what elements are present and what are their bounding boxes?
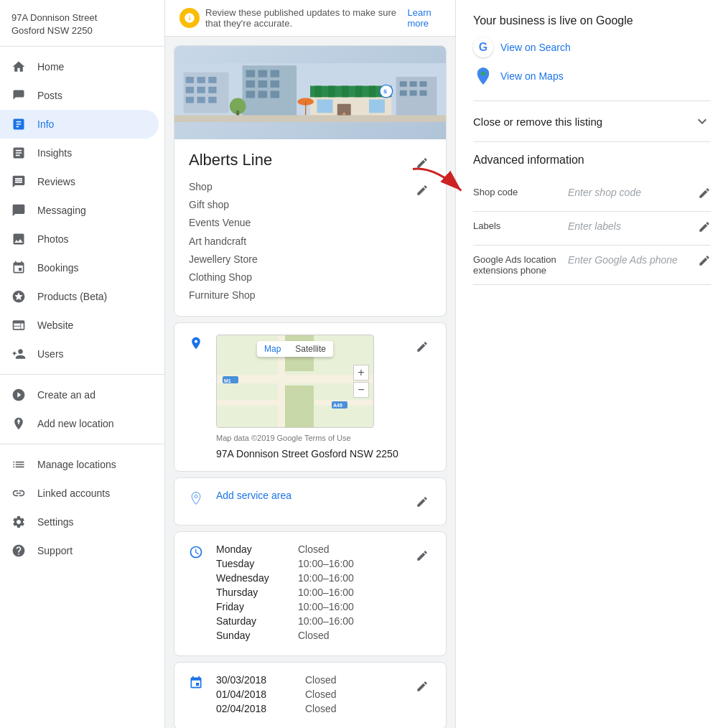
sidebar-item-manage-locations[interactable]: Manage locations bbox=[0, 450, 159, 479]
edit-google-ads-button[interactable] bbox=[698, 254, 711, 270]
map-zoom-controls: + − bbox=[353, 365, 369, 398]
svg-rect-37 bbox=[400, 81, 407, 87]
sidebar-item-photos[interactable]: Photos bbox=[0, 225, 159, 253]
labels-row: Labels Enter labels bbox=[473, 212, 711, 246]
edit-dates-button[interactable] bbox=[413, 677, 431, 698]
edit-shop-code-button[interactable] bbox=[698, 187, 711, 202]
sidebar-item-info[interactable]: Info bbox=[0, 110, 159, 139]
date-status: Closed bbox=[305, 703, 337, 714]
service-area-content: Add service area bbox=[216, 490, 403, 501]
photos-icon bbox=[11, 232, 26, 246]
edit-address-button[interactable] bbox=[413, 337, 431, 358]
linked-accounts-icon bbox=[11, 486, 26, 500]
dates-table: 30/03/2018Closed01/04/2018Closed02/04/20… bbox=[216, 674, 403, 714]
edit-business-name-button[interactable] bbox=[413, 154, 431, 174]
hours-day: Monday bbox=[216, 543, 281, 555]
svg-rect-26 bbox=[355, 86, 362, 98]
right-panel: Your business is live on Google G View o… bbox=[455, 0, 728, 728]
shop-code-row: Shop code Enter shop code bbox=[473, 178, 711, 212]
map-tab-map[interactable]: Map bbox=[257, 341, 288, 357]
map-address: 97A Donnison Street Gosford NSW 2250 bbox=[216, 448, 403, 459]
svg-rect-12 bbox=[246, 70, 256, 78]
map-container: M1 A49 Map Satellite + − bbox=[216, 335, 374, 428]
svg-rect-42 bbox=[419, 90, 426, 96]
info-icon bbox=[11, 117, 26, 131]
business-card: S bbox=[174, 45, 447, 317]
sidebar-item-settings[interactable]: Settings bbox=[0, 508, 159, 536]
svg-rect-9 bbox=[197, 97, 205, 103]
sidebar-item-create-ad[interactable]: Create an ad bbox=[0, 381, 159, 409]
close-listing-section[interactable]: Close or remove this listing bbox=[473, 113, 711, 130]
date-status: Closed bbox=[305, 674, 337, 686]
category-furniture-shop: Furniture Shop bbox=[189, 286, 258, 304]
labels-value: Enter labels bbox=[568, 220, 689, 232]
view-on-maps-label: View on Maps bbox=[500, 70, 564, 82]
calendar-icon bbox=[189, 676, 206, 692]
sidebar-address: 97A Donnison Street Gosford NSW 2250 bbox=[0, 0, 164, 47]
sidebar-label-manage-locations: Manage locations bbox=[37, 459, 116, 470]
sidebar-item-home[interactable]: Home bbox=[0, 52, 159, 81]
svg-rect-2 bbox=[186, 77, 194, 83]
svg-rect-38 bbox=[410, 81, 417, 87]
svg-rect-35 bbox=[305, 102, 306, 116]
map-tab-satellite[interactable]: Satellite bbox=[288, 341, 333, 357]
svg-rect-20 bbox=[271, 90, 280, 98]
svg-rect-19 bbox=[258, 90, 268, 98]
hours-row-item: MondayClosed bbox=[216, 543, 403, 555]
sidebar-label-photos: Photos bbox=[37, 233, 69, 245]
add-service-label[interactable]: Add service area bbox=[216, 490, 291, 501]
svg-text:S: S bbox=[383, 88, 387, 95]
hours-time: Closed bbox=[298, 630, 330, 641]
sidebar-item-reviews[interactable]: Reviews bbox=[0, 167, 159, 196]
banner-learn-more[interactable]: Learn more bbox=[407, 7, 441, 29]
sidebar-item-bookings[interactable]: Bookings bbox=[0, 253, 159, 282]
create-ad-icon bbox=[11, 388, 26, 402]
map-footer-text: Map data ©2019 Google Terms of Use bbox=[216, 434, 351, 442]
svg-rect-17 bbox=[271, 80, 280, 88]
sidebar: 97A Donnison Street Gosford NSW 2250 Hom… bbox=[0, 0, 165, 728]
sidebar-label-website: Website bbox=[37, 319, 73, 331]
svg-text:A49: A49 bbox=[333, 403, 342, 408]
map-zoom-in-button[interactable]: + bbox=[353, 365, 369, 381]
edit-labels-button[interactable] bbox=[698, 220, 711, 236]
google-ads-row: Google Ads location extensions phone Ent… bbox=[473, 246, 711, 285]
view-on-search-link[interactable]: G View on Search bbox=[473, 37, 711, 57]
maps-pin-icon bbox=[473, 66, 493, 86]
sidebar-item-users[interactable]: Users bbox=[0, 340, 159, 368]
map-tab-container: Map Satellite bbox=[257, 341, 333, 357]
sidebar-label-insights: Insights bbox=[37, 147, 72, 159]
view-on-maps-link[interactable]: View on Maps bbox=[473, 66, 711, 86]
products-icon bbox=[11, 289, 26, 304]
sidebar-item-website[interactable]: Website bbox=[0, 311, 159, 340]
edit-categories-button[interactable] bbox=[413, 181, 431, 202]
sidebar-item-products[interactable]: Products (Beta) bbox=[0, 282, 159, 311]
sidebar-item-messaging[interactable]: Messaging bbox=[0, 196, 159, 225]
special-dates-content: 30/03/2018Closed01/04/2018Closed02/04/20… bbox=[216, 674, 403, 717]
svg-rect-51 bbox=[285, 386, 314, 428]
business-name-row: Alberts Line bbox=[189, 151, 431, 178]
category-gift-shop: Gift shop bbox=[189, 196, 258, 214]
map-edit bbox=[413, 335, 431, 358]
map-section: M1 A49 Map Satellite + − bbox=[174, 322, 447, 472]
location-icon bbox=[189, 336, 206, 353]
sidebar-item-linked-accounts[interactable]: Linked accounts bbox=[0, 479, 159, 508]
sidebar-item-insights[interactable]: Insights bbox=[0, 139, 159, 167]
svg-rect-15 bbox=[246, 80, 256, 88]
hours-day: Friday bbox=[216, 601, 281, 612]
sidebar-item-support[interactable]: Support bbox=[0, 536, 159, 565]
live-section: Your business is live on Google G View o… bbox=[473, 14, 711, 86]
svg-rect-3 bbox=[197, 77, 205, 83]
svg-rect-30 bbox=[317, 99, 332, 113]
business-info: Alberts Line Shop Gift shop Events Venue… bbox=[174, 139, 446, 316]
edit-service-area-button[interactable] bbox=[413, 493, 431, 513]
hours-time: 10:00–16:00 bbox=[298, 558, 354, 569]
map-zoom-out-button[interactable]: − bbox=[353, 382, 369, 398]
edit-hours-button[interactable] bbox=[413, 546, 431, 567]
hours-time: 10:00–16:00 bbox=[298, 572, 354, 584]
map-content: M1 A49 Map Satellite + − bbox=[216, 335, 403, 459]
manage-locations-icon bbox=[11, 457, 26, 472]
website-icon bbox=[11, 318, 26, 332]
sidebar-label-settings: Settings bbox=[37, 516, 74, 528]
sidebar-item-posts[interactable]: Posts bbox=[0, 81, 159, 110]
sidebar-item-add-location[interactable]: Add new location bbox=[0, 409, 159, 438]
